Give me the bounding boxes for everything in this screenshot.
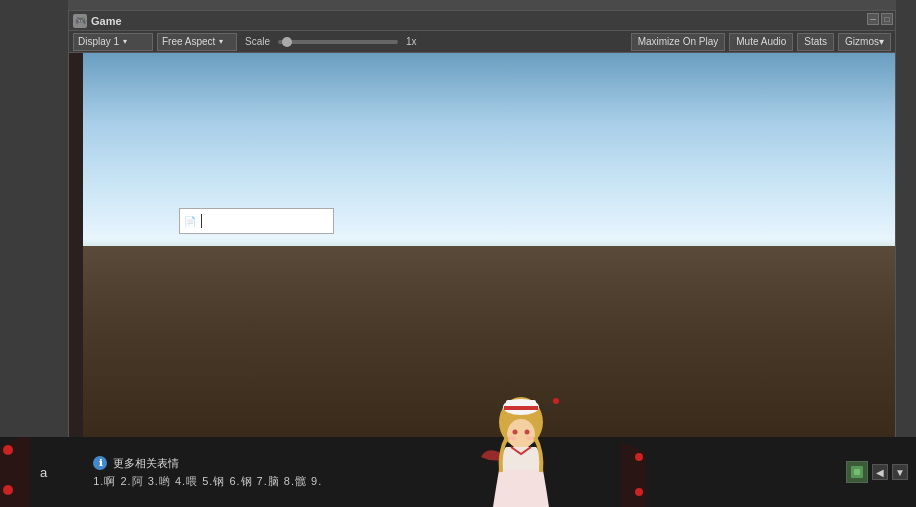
scale-label: Scale (245, 36, 270, 47)
svg-point-11 (525, 430, 530, 435)
aspect-dropdown-arrow: ▾ (219, 37, 223, 46)
title-bar: 🎮 Game ☰ ─ □ (69, 11, 895, 31)
left-ornament (0, 432, 40, 507)
character-sprite (471, 392, 571, 507)
window-title: Game (91, 15, 122, 27)
gizmos-arrow: ▾ (879, 36, 884, 47)
window-controls: ─ □ (867, 13, 893, 25)
svg-marker-0 (0, 432, 30, 507)
maximize-on-play-button[interactable]: Maximize On Play (631, 33, 726, 51)
svg-marker-16 (621, 442, 646, 507)
console-content: ℹ 更多相关表情 1.啊 2.阿 3.哟 4.喂 5.钢 6.钢 7.脑 8.髋… (85, 456, 846, 489)
minimize-button[interactable]: ─ (867, 13, 879, 25)
console-icon-button[interactable] (846, 461, 868, 483)
svg-point-18 (635, 488, 643, 496)
game-window: 🎮 Game ☰ ─ □ Display 1 ▾ Free Aspect ▾ S… (68, 10, 896, 440)
scale-slider[interactable] (278, 40, 398, 44)
toolbar: Display 1 ▾ Free Aspect ▾ Scale 1x Maxim… (69, 31, 895, 53)
svg-point-12 (508, 436, 516, 440)
svg-line-14 (543, 402, 556, 412)
left-panel (0, 0, 68, 410)
viewport-left-panel (69, 53, 83, 439)
display-dropdown-arrow: ▾ (123, 37, 127, 46)
game-icon: 🎮 (73, 14, 87, 28)
right-ornament (621, 442, 646, 507)
svg-rect-4 (854, 469, 860, 475)
svg-point-9 (507, 419, 535, 449)
svg-point-13 (526, 436, 534, 440)
svg-point-1 (3, 445, 13, 455)
bottom-extra-panel (0, 407, 68, 437)
right-panel (896, 0, 916, 507)
nav-left-arrow[interactable]: ◀ (872, 464, 888, 480)
display-dropdown[interactable]: Display 1 ▾ (73, 33, 153, 51)
svg-point-10 (513, 430, 518, 435)
console-info-icon: ℹ (93, 456, 107, 470)
console-second-row: 1.啊 2.阿 3.哟 4.喂 5.钢 6.钢 7.脑 8.髋 9. (93, 474, 838, 489)
mute-audio-button[interactable]: Mute Audio (729, 33, 793, 51)
game-viewport: 📄 (69, 53, 895, 439)
text-input-box[interactable]: 📄 (179, 208, 334, 234)
console-input-letter: a (40, 465, 47, 480)
text-cursor (201, 214, 202, 228)
text-input-icon: 📄 (184, 216, 196, 227)
scale-thumb[interactable] (282, 37, 292, 47)
maximize-button[interactable]: □ (881, 13, 893, 25)
nav-dropdown[interactable]: ▼ (892, 464, 908, 480)
svg-point-17 (635, 453, 643, 461)
svg-point-15 (553, 398, 559, 404)
bottom-bar: a ℹ 更多相关表情 1.啊 2.阿 3.哟 4.喂 5.钢 6.钢 7.脑 8… (0, 437, 916, 507)
console-message: 更多相关表情 (113, 456, 179, 471)
svg-rect-8 (504, 406, 538, 410)
svg-point-2 (3, 485, 13, 495)
console-input-area: a (40, 465, 51, 480)
gizmos-button[interactable]: Gizmos ▾ (838, 33, 891, 51)
stats-button[interactable]: Stats (797, 33, 834, 51)
scale-value: 1x (406, 36, 417, 47)
aspect-dropdown[interactable]: Free Aspect ▾ (157, 33, 237, 51)
console-top-row: ℹ 更多相关表情 (93, 456, 838, 471)
console-nav: ◀ ▼ (872, 464, 908, 480)
